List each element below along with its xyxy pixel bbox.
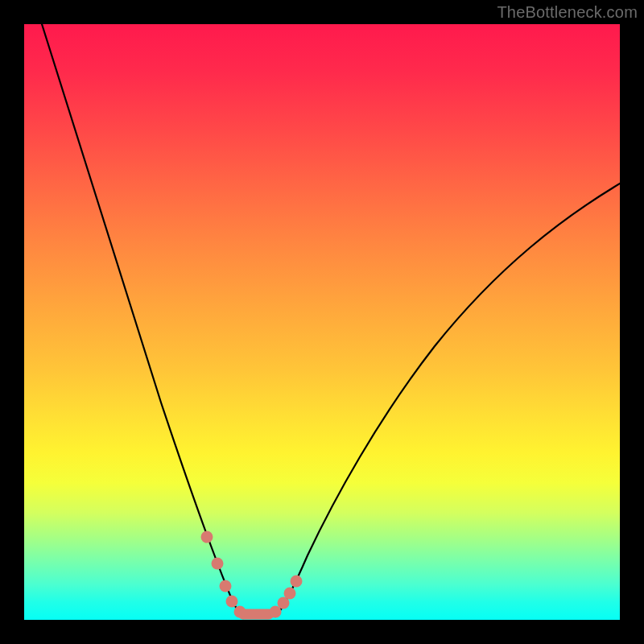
watermark-text: TheBottleneck.com [497, 3, 638, 22]
left-curve [42, 24, 243, 618]
marker-dot [291, 576, 303, 588]
marker-dot [226, 596, 238, 608]
marker-dot [212, 558, 224, 570]
plot-area [24, 24, 620, 620]
marker-dot [220, 580, 232, 592]
marker-dot [284, 588, 296, 600]
curve-layer [24, 24, 620, 620]
marker-dot [201, 531, 213, 543]
right-curve [275, 184, 620, 617]
marker-group [201, 531, 303, 618]
chart-frame: TheBottleneck.com [0, 0, 644, 644]
